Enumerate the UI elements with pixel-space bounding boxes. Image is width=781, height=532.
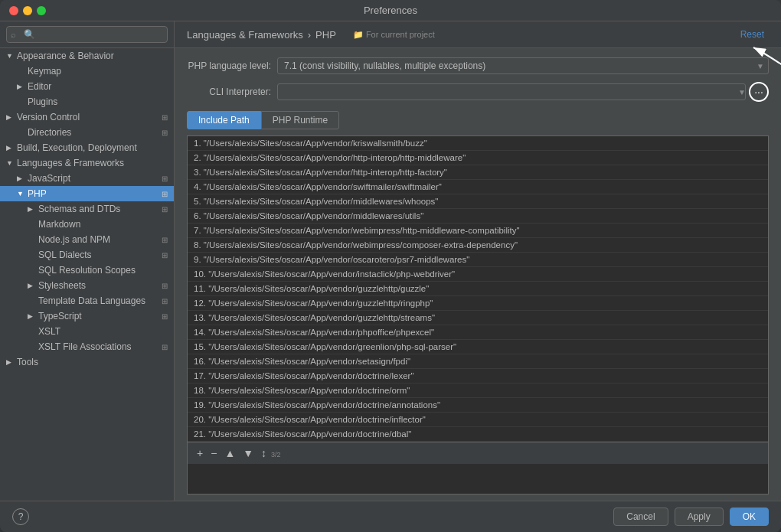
add-path-button[interactable]: +	[194, 446, 206, 461]
list-item[interactable]: 9. "/Users/alexis/Sites/oscar/App/vendor…	[188, 253, 768, 267]
folder-icon: ⊞	[162, 236, 168, 244]
list-item[interactable]: 6. "/Users/alexis/Sites/oscar/App/vendor…	[188, 209, 768, 224]
search-wrapper: ⌕	[6, 26, 168, 43]
list-item[interactable]: 21. "/Users/alexis/Sites/oscar/App/vendo…	[188, 427, 768, 442]
folder-icon: ⊞	[162, 175, 168, 183]
list-item[interactable]: 17. "/Users/alexis/Sites/oscar/App/vendo…	[188, 369, 768, 383]
tab-php-runtime[interactable]: PHP Runtime	[261, 111, 339, 129]
list-item[interactable]: 16. "/Users/alexis/Sites/oscar/App/vendo…	[188, 354, 768, 369]
project-label-text: For current project	[366, 30, 435, 39]
cli-interpreter-row: CLI Interpreter: <no interpreter> ▼ ···	[187, 82, 769, 102]
arrow-icon: ▶	[6, 358, 14, 366]
sidebar-item-stylesheets[interactable]: ▶ Stylesheets ⊞	[0, 278, 174, 293]
interpreter-btn-wrapper: ···	[749, 82, 769, 102]
sidebar-item-label: Keymap	[28, 66, 61, 77]
sort-badge: 3/2	[271, 451, 281, 459]
cli-interpreter-label: CLI Interpreter:	[187, 86, 271, 97]
list-item[interactable]: 15. "/Users/alexis/Sites/oscar/App/vendo…	[188, 340, 768, 354]
sidebar-item-javascript[interactable]: ▶ JavaScript ⊞	[0, 171, 174, 186]
move-down-button[interactable]: ▼	[240, 446, 257, 461]
reset-button[interactable]: Reset	[736, 28, 769, 41]
sidebar-item-label: Languages & Frameworks	[17, 158, 124, 168]
sidebar-item-keymap[interactable]: Keymap	[0, 64, 174, 79]
sidebar-item-languages-frameworks[interactable]: ▼ Languages & Frameworks	[0, 155, 174, 171]
list-item[interactable]: 1. "/Users/alexis/Sites/oscar/App/vendor…	[188, 136, 768, 151]
spacer	[28, 266, 35, 274]
path-list-container[interactable]: 1. "/Users/alexis/Sites/oscar/App/vendor…	[187, 135, 769, 494]
folder-icon: ⊞	[162, 343, 168, 351]
spacer	[28, 236, 35, 243]
list-item[interactable]: 5. "/Users/alexis/Sites/oscar/App/vendor…	[188, 194, 768, 209]
maximize-button[interactable]	[37, 6, 46, 15]
search-input[interactable]	[6, 26, 168, 43]
php-language-select[interactable]: 7.1 (const visibility, nullables, multip…	[277, 57, 769, 74]
list-item[interactable]: 11. "/Users/alexis/Sites/oscar/App/vendo…	[188, 282, 768, 296]
list-item[interactable]: 18. "/Users/alexis/Sites/oscar/App/vendo…	[188, 383, 768, 398]
sidebar-item-sql-dialects[interactable]: SQL Dialects ⊞	[0, 247, 174, 263]
sidebar-item-schemas-dtds[interactable]: ▶ Schemas and DTDs ⊞	[0, 201, 174, 217]
folder-icon: ⊞	[162, 190, 168, 198]
sidebar-item-typescript[interactable]: ▶ TypeScript ⊞	[0, 308, 174, 324]
minimize-button[interactable]	[23, 6, 32, 15]
sidebar-item-appearance-behavior[interactable]: ▼ Appearance & Behavior	[0, 48, 174, 64]
move-up-button[interactable]: ▲	[221, 446, 238, 461]
list-item[interactable]: 3. "/Users/alexis/Sites/oscar/App/vendor…	[188, 165, 768, 180]
close-button[interactable]	[9, 6, 18, 15]
sidebar-item-label: XSLT	[38, 326, 60, 337]
apply-button[interactable]: Apply	[675, 508, 724, 526]
sidebar-item-build-execution[interactable]: ▶ Build, Execution, Deployment	[0, 140, 174, 155]
help-button[interactable]: ?	[12, 508, 29, 525]
list-item[interactable]: 13. "/Users/alexis/Sites/oscar/App/vendo…	[188, 311, 768, 325]
sidebar-item-label: Directories	[28, 127, 71, 138]
folder-icon: ⊞	[162, 312, 168, 321]
spacer	[28, 220, 35, 228]
cli-interpreter-input[interactable]: <no interpreter>	[277, 83, 746, 100]
sidebar-item-label: Stylesheets	[38, 280, 86, 291]
sidebar-item-markdown[interactable]: Markdown	[0, 217, 174, 232]
sidebar-item-label: Appearance & Behavior	[17, 51, 114, 61]
sidebar-item-editor[interactable]: ▶ Editor	[0, 79, 174, 94]
arrow-icon: ▶	[28, 205, 35, 213]
sidebar: ⌕ ▼ Appearance & Behavior Keymap ▶ Edito…	[0, 21, 175, 501]
spacer	[17, 129, 25, 136]
sort-button[interactable]: ↕ 3/2	[258, 446, 283, 461]
sidebar-item-directories[interactable]: Directories ⊞	[0, 125, 174, 140]
folder-icon: ⊞	[162, 251, 168, 259]
sidebar-item-label: Tools	[17, 357, 38, 367]
arrow-icon: ▶	[28, 312, 35, 320]
window-title: Preferences	[364, 5, 417, 16]
sidebar-item-plugins[interactable]: Plugins	[0, 94, 174, 109]
list-item[interactable]: 4. "/Users/alexis/Sites/oscar/App/vendor…	[188, 180, 768, 194]
sidebar-item-xslt-file-assoc[interactable]: XSLT File Associations ⊞	[0, 339, 174, 354]
ok-button[interactable]: OK	[730, 508, 769, 526]
sidebar-item-nodejs-npm[interactable]: Node.js and NPM ⊞	[0, 232, 174, 247]
interpreter-settings-button[interactable]: ···	[749, 82, 769, 102]
spacer	[17, 67, 25, 75]
sidebar-item-tools[interactable]: ▶ Tools	[0, 354, 174, 370]
sidebar-item-template-data[interactable]: Template Data Languages ⊞	[0, 293, 174, 308]
list-item[interactable]: 7. "/Users/alexis/Sites/oscar/App/vendor…	[188, 224, 768, 238]
list-item[interactable]: 20. "/Users/alexis/Sites/oscar/App/vendo…	[188, 413, 768, 427]
arrow-icon: ▶	[6, 144, 14, 152]
folder-icon: ⊞	[162, 297, 168, 305]
sidebar-item-version-control[interactable]: ▶ Version Control ⊞	[0, 109, 174, 125]
list-item[interactable]: 10. "/Users/alexis/Sites/oscar/App/vendo…	[188, 267, 768, 282]
tab-include-path[interactable]: Include Path	[187, 111, 261, 129]
list-item[interactable]: 2. "/Users/alexis/Sites/oscar/App/vendor…	[188, 151, 768, 165]
list-item[interactable]: 19. "/Users/alexis/Sites/oscar/App/vendo…	[188, 398, 768, 413]
settings-panel: PHP language level: 7.1 (const visibilit…	[175, 48, 781, 111]
remove-path-button[interactable]: −	[208, 446, 220, 461]
list-item[interactable]: 8. "/Users/alexis/Sites/oscar/App/vendor…	[188, 238, 768, 253]
search-box: ⌕	[0, 21, 174, 48]
cancel-button[interactable]: Cancel	[613, 508, 668, 526]
bottom-right: Cancel Apply OK	[613, 508, 769, 526]
spacer	[28, 251, 35, 259]
sidebar-item-sql-resolution[interactable]: SQL Resolution Scopes	[0, 263, 174, 278]
sidebar-item-label: Schemas and DTDs	[38, 204, 120, 214]
arrow-icon: ▶	[17, 175, 25, 182]
list-item[interactable]: 14. "/Users/alexis/Sites/oscar/App/vendo…	[188, 325, 768, 340]
sidebar-item-php[interactable]: ▼ PHP ⊞	[0, 186, 174, 201]
folder-icon: ⊞	[162, 129, 168, 137]
list-item[interactable]: 12. "/Users/alexis/Sites/oscar/App/vendo…	[188, 296, 768, 311]
sidebar-item-xslt[interactable]: XSLT	[0, 324, 174, 339]
